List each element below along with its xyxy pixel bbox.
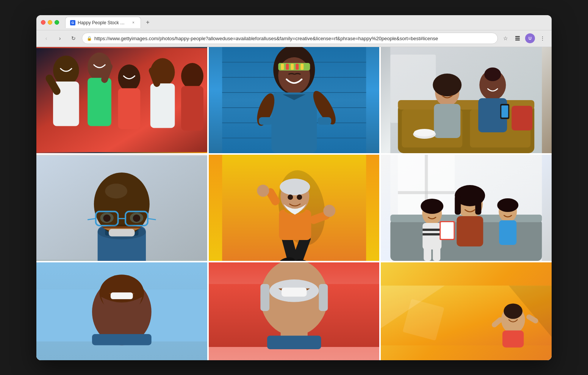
active-tab[interactable]: G Happy People Stock Photos a… × — [65, 17, 141, 28]
svg-point-68 — [133, 214, 141, 222]
svg-point-48 — [485, 67, 501, 81]
minimize-window-button[interactable] — [48, 20, 52, 25]
svg-rect-29 — [286, 64, 289, 70]
svg-rect-100 — [423, 223, 442, 249]
svg-rect-130 — [502, 330, 524, 347]
svg-point-67 — [103, 214, 111, 222]
photo-item-4[interactable] — [36, 155, 207, 261]
photo-item-7[interactable] — [36, 262, 207, 360]
close-window-button[interactable] — [41, 20, 45, 25]
address-bar: ‹ › ↻ 🔒 https://www.gettyimages.com/phot… — [36, 30, 552, 47]
tab-close-button[interactable]: × — [131, 20, 136, 25]
svg-point-84 — [280, 179, 310, 195]
svg-point-13 — [181, 63, 203, 89]
svg-point-104 — [497, 198, 519, 212]
svg-rect-30 — [291, 64, 294, 70]
svg-point-129 — [504, 303, 523, 319]
svg-rect-10 — [118, 88, 141, 129]
photo-item-1[interactable] — [36, 47, 207, 153]
svg-point-26 — [278, 57, 310, 94]
svg-rect-123 — [267, 336, 321, 349]
svg-rect-121 — [281, 287, 307, 297]
svg-rect-105 — [499, 220, 517, 245]
svg-point-59 — [105, 184, 127, 198]
svg-point-5 — [53, 55, 79, 85]
svg-rect-31 — [296, 64, 299, 70]
svg-rect-14 — [181, 86, 203, 130]
forward-button[interactable]: › — [55, 33, 65, 44]
svg-rect-96 — [475, 196, 482, 215]
svg-point-45 — [433, 74, 462, 96]
svg-point-85 — [288, 195, 293, 200]
maximize-window-button[interactable] — [55, 20, 59, 25]
svg-rect-101 — [423, 229, 442, 231]
profile-avatar[interactable]: U — [525, 33, 535, 43]
layers-icon[interactable] — [513, 34, 522, 43]
photo-item-3[interactable] — [381, 47, 552, 153]
svg-rect-28 — [281, 64, 284, 70]
tabs-bar: G Happy People Stock Photos a… × + — [65, 17, 547, 28]
svg-point-82 — [323, 205, 335, 217]
url-display: https://www.gettyimages.com/photos/happy… — [94, 36, 493, 41]
svg-point-86 — [297, 195, 302, 200]
photo-item-2[interactable] — [209, 47, 380, 153]
svg-rect-2 — [515, 39, 520, 41]
svg-rect-33 — [271, 93, 317, 153]
content-area — [36, 47, 552, 360]
title-bar: G Happy People Stock Photos a… × + — [36, 15, 552, 30]
svg-point-70 — [98, 224, 146, 239]
svg-rect-97 — [457, 216, 483, 246]
svg-rect-109 — [441, 222, 454, 239]
svg-rect-52 — [512, 106, 533, 130]
svg-rect-0 — [515, 36, 520, 37]
back-button[interactable]: ‹ — [41, 33, 52, 44]
photo-item-8[interactable] — [209, 262, 380, 360]
photo-item-6[interactable] — [381, 155, 552, 261]
svg-rect-95 — [455, 196, 461, 215]
bookmark-icon[interactable]: ☆ — [501, 34, 510, 43]
photo-item-5[interactable] — [209, 155, 380, 261]
photo-item-9[interactable] — [381, 262, 552, 360]
svg-point-99 — [421, 199, 444, 214]
refresh-button[interactable]: ↻ — [68, 33, 79, 44]
more-options-icon[interactable]: ⋮ — [538, 34, 547, 43]
svg-rect-107 — [433, 246, 441, 261]
svg-point-80 — [257, 185, 269, 197]
svg-rect-102 — [423, 233, 442, 235]
svg-rect-118 — [260, 284, 269, 311]
svg-rect-115 — [92, 334, 152, 345]
lock-icon: 🔒 — [87, 36, 92, 41]
svg-rect-1 — [515, 38, 520, 39]
photo-grid — [36, 47, 552, 360]
browser-window: G Happy People Stock Photos a… × + ‹ › ↻… — [36, 15, 552, 360]
new-tab-button[interactable]: + — [142, 17, 153, 28]
svg-rect-8 — [88, 78, 111, 126]
svg-rect-113 — [111, 292, 133, 299]
tab-favicon: G — [70, 20, 75, 25]
svg-point-9 — [118, 64, 141, 91]
svg-point-54 — [414, 129, 435, 137]
svg-rect-35 — [317, 117, 331, 125]
svg-rect-106 — [424, 246, 432, 261]
address-bar-input[interactable]: 🔒 https://www.gettyimages.com/photos/hap… — [82, 33, 498, 44]
tab-title: Happy People Stock Photos a… — [78, 20, 127, 25]
svg-rect-119 — [319, 284, 328, 311]
svg-rect-46 — [434, 104, 461, 138]
svg-rect-32 — [300, 64, 303, 70]
svg-rect-12 — [150, 83, 175, 128]
svg-rect-51 — [502, 105, 508, 118]
traffic-lights — [41, 20, 59, 25]
svg-rect-37 — [259, 117, 272, 125]
address-actions: ☆ U ⋮ — [501, 33, 547, 43]
